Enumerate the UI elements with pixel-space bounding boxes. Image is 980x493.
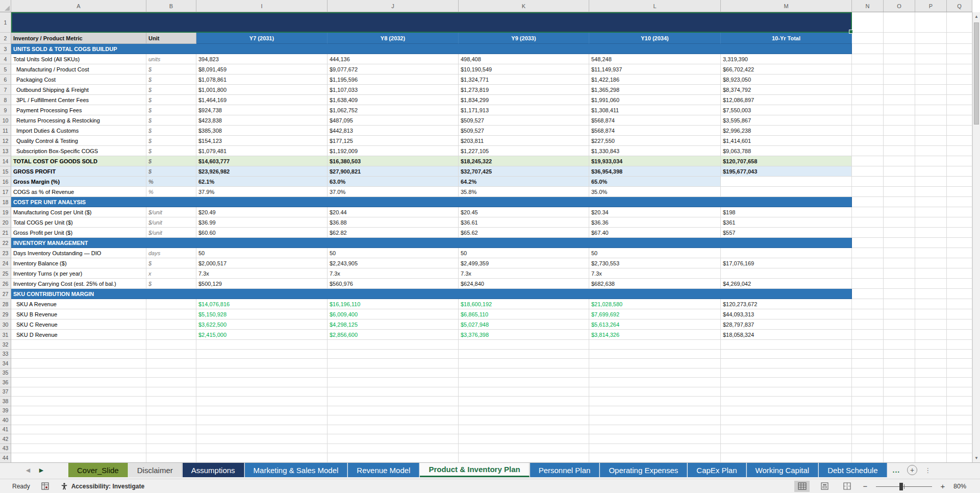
row-number-33[interactable]: 33 bbox=[0, 350, 11, 359]
row-number-34[interactable]: 34 bbox=[0, 359, 11, 368]
cell[interactable] bbox=[328, 368, 459, 378]
cell[interactable] bbox=[947, 115, 972, 126]
cell[interactable] bbox=[947, 330, 972, 340]
cell[interactable] bbox=[328, 453, 459, 462]
cell[interactable] bbox=[915, 146, 947, 156]
cell[interactable] bbox=[852, 330, 884, 340]
value-cell[interactable]: $8,091,459 bbox=[196, 64, 328, 75]
title-band-cell[interactable] bbox=[11, 12, 852, 33]
cell[interactable] bbox=[884, 64, 915, 75]
value-cell[interactable]: $3,814,326 bbox=[589, 330, 721, 340]
cell[interactable] bbox=[852, 453, 884, 462]
cell[interactable] bbox=[459, 453, 589, 462]
cell[interactable] bbox=[915, 319, 947, 330]
row-label-cell[interactable]: TOTAL COST OF GOODS SOLD bbox=[11, 156, 146, 166]
cell[interactable] bbox=[884, 319, 915, 330]
cell[interactable] bbox=[915, 309, 947, 319]
cell[interactable] bbox=[328, 425, 459, 435]
cell[interactable] bbox=[11, 415, 146, 425]
value-cell[interactable]: $2,730,553 bbox=[589, 258, 721, 268]
value-cell[interactable]: $62.82 bbox=[328, 228, 459, 238]
value-cell[interactable]: $195,677,043 bbox=[721, 166, 852, 177]
unit-cell[interactable] bbox=[146, 330, 196, 340]
cell[interactable] bbox=[146, 397, 196, 406]
section-header-cell[interactable]: COST PER UNIT ANALYSIS bbox=[11, 197, 852, 207]
cell[interactable] bbox=[459, 387, 589, 397]
unit-cell[interactable]: $ bbox=[146, 146, 196, 156]
cell[interactable] bbox=[915, 44, 947, 54]
cell[interactable] bbox=[884, 12, 915, 33]
cell[interactable] bbox=[947, 368, 972, 378]
unit-cell[interactable]: % bbox=[146, 177, 196, 187]
cell[interactable] bbox=[328, 444, 459, 454]
row-number-8[interactable]: 8 bbox=[0, 95, 11, 105]
value-cell[interactable]: $21,028,580 bbox=[589, 299, 721, 309]
column-header-M[interactable]: M bbox=[721, 0, 852, 12]
value-cell[interactable]: $36.36 bbox=[589, 217, 721, 228]
cell[interactable] bbox=[721, 406, 852, 416]
cell[interactable] bbox=[947, 136, 972, 146]
cell[interactable] bbox=[146, 368, 196, 378]
sheet-tab-disclaimer[interactable]: Disclaimer bbox=[129, 463, 182, 477]
cell[interactable] bbox=[915, 105, 947, 115]
cell[interactable] bbox=[915, 187, 947, 197]
row-number-28[interactable]: 28 bbox=[0, 299, 11, 309]
column-header-L[interactable]: L bbox=[589, 0, 721, 12]
cell[interactable] bbox=[947, 75, 972, 85]
value-cell[interactable]: $18,600,192 bbox=[459, 299, 589, 309]
cell[interactable] bbox=[884, 444, 915, 454]
cell[interactable] bbox=[915, 258, 947, 268]
row-number-27[interactable]: 27 bbox=[0, 289, 11, 299]
cell[interactable] bbox=[11, 378, 146, 387]
cell[interactable] bbox=[947, 397, 972, 406]
value-cell[interactable]: $1,414,601 bbox=[721, 136, 852, 146]
cell[interactable] bbox=[884, 359, 915, 368]
value-cell[interactable]: $423,838 bbox=[196, 115, 328, 126]
zoom-slider[interactable] bbox=[876, 482, 932, 490]
cell[interactable] bbox=[721, 434, 852, 444]
cell[interactable] bbox=[11, 368, 146, 378]
row-label-cell[interactable]: Manufacturing / Product Cost bbox=[11, 64, 146, 75]
row-label-cell[interactable]: Subscription Box-Specific COGS bbox=[11, 146, 146, 156]
row-number-9[interactable]: 9 bbox=[0, 105, 11, 115]
cell[interactable] bbox=[947, 340, 972, 350]
cell[interactable] bbox=[915, 85, 947, 95]
value-cell[interactable]: 7.3x bbox=[328, 268, 459, 279]
value-cell[interactable]: $385,308 bbox=[196, 126, 328, 136]
cell[interactable] bbox=[947, 319, 972, 330]
value-cell[interactable]: $11,149,937 bbox=[589, 64, 721, 75]
value-cell[interactable]: 394,823 bbox=[196, 54, 328, 64]
row-label-cell[interactable]: Gross Profit per Unit ($) bbox=[11, 228, 146, 238]
cell[interactable] bbox=[915, 238, 947, 248]
row-number-21[interactable]: 21 bbox=[0, 228, 11, 238]
cell[interactable] bbox=[11, 434, 146, 444]
cell[interactable] bbox=[947, 156, 972, 166]
value-cell[interactable]: $20.49 bbox=[196, 207, 328, 217]
value-cell[interactable]: 498,408 bbox=[459, 54, 589, 64]
cell[interactable] bbox=[721, 444, 852, 454]
row-number-16[interactable]: 16 bbox=[0, 177, 11, 187]
value-cell[interactable]: $1,062,752 bbox=[328, 105, 459, 115]
value-cell[interactable]: $487,095 bbox=[328, 115, 459, 126]
value-cell[interactable]: $2,415,000 bbox=[196, 330, 328, 340]
cell[interactable] bbox=[721, 368, 852, 378]
cell[interactable] bbox=[915, 378, 947, 387]
cell[interactable] bbox=[915, 434, 947, 444]
column-header-A[interactable]: A bbox=[11, 0, 146, 12]
row-number-12[interactable]: 12 bbox=[0, 136, 11, 146]
cell[interactable] bbox=[11, 453, 146, 462]
value-cell[interactable]: $1,308,411 bbox=[589, 105, 721, 115]
cell[interactable] bbox=[11, 359, 146, 368]
row-number-17[interactable]: 17 bbox=[0, 187, 11, 197]
value-cell[interactable]: $4,298,125 bbox=[328, 319, 459, 330]
cell[interactable] bbox=[884, 340, 915, 350]
row-number-22[interactable]: 22 bbox=[0, 238, 11, 248]
row-number-20[interactable]: 20 bbox=[0, 217, 11, 228]
cell[interactable] bbox=[146, 444, 196, 454]
row-label-cell[interactable]: Packaging Cost bbox=[11, 75, 146, 85]
value-cell[interactable]: $5,150,928 bbox=[196, 309, 328, 319]
cell[interactable] bbox=[884, 330, 915, 340]
vertical-scrollbar[interactable]: ▲ ▼ bbox=[972, 12, 980, 462]
cell[interactable] bbox=[721, 359, 852, 368]
unit-cell[interactable]: $ bbox=[146, 166, 196, 177]
